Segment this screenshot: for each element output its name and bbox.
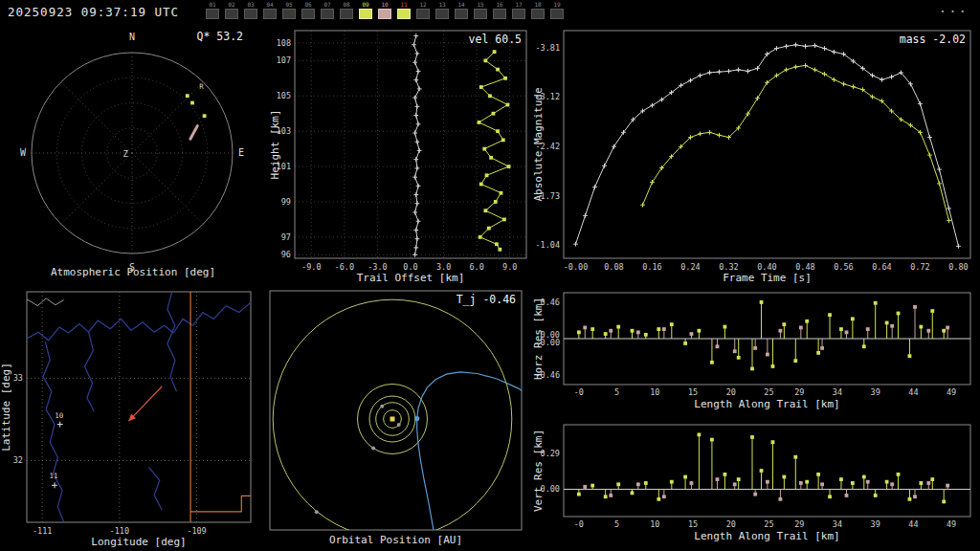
x-tick-label: -6.0 (335, 262, 354, 272)
x-tick-label: 0.0 (403, 262, 417, 272)
frame-thumb-image[interactable] (301, 9, 315, 19)
frame-thumb-06[interactable]: 06 (299, 1, 318, 19)
x-tick-label: 39 (871, 519, 880, 529)
frame-thumb-image[interactable] (282, 9, 296, 19)
planet-dot (397, 423, 401, 427)
plot-frame (564, 425, 970, 517)
frame-thumb-label: 14 (457, 1, 464, 8)
x-tick-label: 34 (833, 519, 842, 529)
earth-dot (414, 416, 419, 421)
frame-thumb-18[interactable]: 18 (528, 1, 547, 19)
y-tick-label: 107 (277, 55, 291, 65)
frame-thumb-09[interactable]: 09 (356, 1, 375, 19)
frame-thumb-11[interactable]: 11 (394, 1, 413, 19)
sky-track-points (186, 94, 207, 118)
frame-thumb-10[interactable]: 10 (375, 1, 394, 19)
plot-frame (564, 31, 970, 258)
frame-thumb-image[interactable] (225, 9, 238, 19)
top-bar: 20250923 09:37:19 UTC 010203040506070809… (0, 0, 980, 25)
river (148, 467, 162, 510)
frame-thumb-13[interactable]: 13 (433, 1, 452, 19)
frame-thumb-image[interactable] (493, 9, 506, 19)
polar-spoke (132, 153, 203, 224)
frame-thumb-16[interactable]: 16 (490, 1, 509, 19)
frame-thumb-17[interactable]: 17 (509, 1, 528, 19)
frame-thumb-image[interactable] (550, 9, 564, 19)
frame-thumb-image[interactable] (321, 9, 334, 19)
river (85, 332, 95, 411)
frame-thumb-image[interactable] (416, 9, 430, 19)
frame-thumb-19[interactable]: 19 (547, 1, 567, 19)
frame-thumb-image[interactable] (359, 9, 372, 19)
orbit-geometry (273, 299, 532, 551)
menu-dots[interactable]: ... (939, 0, 969, 15)
frame-thumb-label: 02 (228, 1, 234, 8)
y-tick-label: -3.81 (535, 43, 560, 53)
river (43, 342, 64, 522)
x-tick-label: -109 (187, 526, 206, 536)
river (167, 292, 177, 391)
frame-thumb-image[interactable] (397, 9, 411, 19)
frame-thumb-image[interactable] (244, 9, 257, 19)
series-vert-res-station-b (577, 432, 946, 503)
x-tick-label: -0.00 (564, 262, 589, 272)
frame-thumb-image[interactable] (531, 9, 545, 19)
frame-thumb-label: 08 (343, 1, 349, 8)
frame-thumb-05[interactable]: 05 (279, 1, 299, 19)
polar-spoke (61, 82, 132, 153)
frame-thumb-image[interactable] (455, 9, 468, 19)
x-tick-label: 0.56 (834, 262, 853, 272)
x-tick-label: 0.16 (642, 262, 661, 272)
axis-title-x: Length Along Trail [km] (694, 398, 839, 410)
frame-thumb-image[interactable] (474, 9, 487, 19)
frame-thumb-label: 04 (266, 1, 273, 8)
series-horz-res-station-b (577, 300, 946, 370)
chart-atmospheric-position: NSWEZRQ* 53.2Atmospheric Position [deg] (0, 25, 268, 285)
meteoroid-trajectory (417, 372, 532, 551)
timestamp: 20250923 09:37:19 UTC (8, 5, 179, 19)
x-tick-label: -111 (33, 526, 52, 536)
x-tick-label: -9.0 (301, 262, 321, 272)
map-geometry (27, 292, 251, 522)
axis-title-y: Latitude [deg] (0, 363, 12, 452)
frame-thumb-02[interactable]: 02 (222, 1, 241, 19)
x-tick-label: 6.0 (469, 262, 483, 272)
frame-thumb-07[interactable]: 07 (318, 1, 337, 19)
frame-thumb-08[interactable]: 08 (337, 1, 356, 19)
compass-east: E (238, 147, 244, 158)
x-tick-label: 0.24 (680, 262, 700, 272)
frame-thumb-12[interactable]: 12 (413, 1, 433, 19)
x-tick-label: 0.08 (604, 262, 623, 272)
chart-orbital-position: T_j -0.46Orbital Position [AU] (268, 285, 532, 551)
x-tick-label: 0.32 (719, 262, 738, 272)
frame-thumb-image[interactable] (512, 9, 525, 19)
compass-zenith: Z (123, 149, 129, 159)
frame-thumb-01[interactable]: 01 (203, 1, 222, 19)
x-tick-label: 39 (871, 387, 880, 397)
frame-thumb-label: 17 (515, 1, 522, 8)
frame-thumb-label: 12 (419, 1, 426, 8)
compass-west: W (20, 147, 27, 158)
frame-thumb-image[interactable] (340, 9, 353, 19)
y-tick-label: 105 (277, 91, 291, 100)
x-tick-label: 0.40 (757, 262, 776, 272)
river (173, 302, 251, 333)
frame-thumb-image[interactable] (435, 9, 449, 19)
frame-thumb-label: 01 (209, 1, 215, 8)
chart-light-curve: -0.000.080.160.240.320.400.480.560.640.7… (532, 25, 980, 285)
x-tick-label: 0.80 (948, 262, 968, 272)
x-tick-label: 34 (833, 387, 842, 397)
frame-thumb-03[interactable]: 03 (241, 1, 260, 19)
y-tick-label: -1.04 (535, 240, 560, 250)
frame-thumb-image[interactable] (378, 9, 391, 19)
x-tick-label: 15 (688, 387, 698, 397)
frame-thumb-image[interactable] (263, 9, 277, 19)
frame-thumb-image[interactable] (206, 9, 219, 19)
frame-thumb-14[interactable]: 14 (452, 1, 471, 19)
frame-thumb-label: 15 (477, 1, 483, 8)
x-tick-label: 29 (794, 519, 804, 529)
frame-thumb-04[interactable]: 04 (260, 1, 279, 19)
chart-height-profile: -9.0-6.0-3.00.03.06.09.01081071051031019… (270, 25, 530, 285)
meteor-streak (190, 126, 197, 140)
frame-thumb-15[interactable]: 15 (471, 1, 490, 19)
